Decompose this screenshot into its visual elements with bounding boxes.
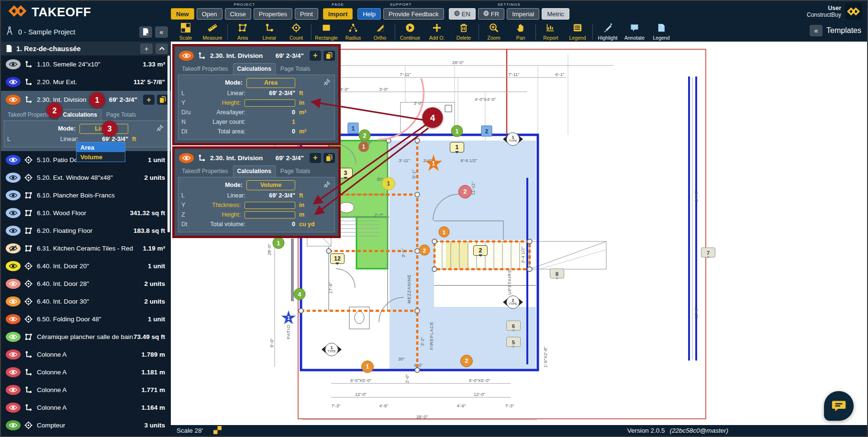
tool-measure[interactable]: Measure (199, 23, 226, 41)
scale-value[interactable]: Scale 28' (177, 427, 203, 434)
takeoff-item-2-20-mur-ext-[interactable]: 2.20. Mur Ext.112' 5-7/8" (1, 73, 171, 91)
mode-dropdown[interactable]: Area (246, 78, 295, 88)
duplicate-button[interactable] (323, 51, 335, 61)
plan-marker-bstar[interactable]: 1 (281, 310, 296, 326)
eye-icon[interactable] (6, 59, 21, 69)
tab-calculations[interactable]: Calculations (59, 109, 101, 120)
plan-marker-orangecs[interactable]: 1 (439, 227, 450, 238)
eye-icon[interactable] (6, 279, 21, 289)
tool-annotate[interactable]: Annotate (621, 23, 648, 41)
tool-highlight[interactable]: Highlight (594, 23, 621, 41)
duplicate-button[interactable] (323, 153, 335, 163)
takeoff-item-1-10-semelle-24-x10-[interactable]: 1.10. Semelle 24"x10"1.33 m³ (1, 55, 171, 73)
mode-dropdown[interactable]: Volume (246, 180, 295, 190)
thickness-input[interactable] (245, 202, 295, 209)
plan-marker-gtag[interactable]: 7 (701, 248, 715, 258)
add-measure-button[interactable]: + (143, 95, 155, 105)
add-measure-button[interactable]: + (310, 153, 321, 163)
takeoff-item-6-40-int-door-20-[interactable]: 6.40. Int. Door 20"1 unit (1, 257, 171, 275)
eye-icon[interactable] (6, 226, 21, 236)
tool-count[interactable]: Count (283, 23, 310, 41)
takeoff-item-6-31-kitchen-ceramic-tiles-red[interactable]: 6.31. Kitchen Ceramic Tiles - Red1.19 m³ (1, 240, 171, 257)
eye-icon[interactable] (6, 385, 21, 395)
new-button[interactable]: New (171, 8, 194, 20)
tab-calculations[interactable]: Calculations (233, 63, 276, 75)
eye-icon[interactable] (6, 332, 21, 342)
plan-marker-greenc[interactable]: 1 (451, 125, 463, 137)
plan-marker-ytag[interactable]: 1 (450, 142, 464, 153)
plan-marker-gtag[interactable]: 5 (506, 337, 521, 347)
user-box[interactable]: User ConstructBuy (807, 3, 862, 20)
fr-button[interactable]: FR (478, 8, 504, 20)
pin-icon[interactable] (156, 124, 165, 133)
tab-page-totals[interactable]: Page Totals (102, 109, 140, 120)
eye-icon[interactable] (6, 155, 21, 165)
eye-off-icon[interactable] (6, 243, 21, 253)
height-input[interactable] (245, 99, 295, 107)
tool-linear[interactable]: Linear (256, 23, 283, 41)
eye-icon[interactable] (179, 51, 194, 61)
templates-button[interactable]: « Templates (810, 25, 861, 36)
pin-icon[interactable] (323, 78, 332, 87)
eye-icon[interactable] (6, 173, 21, 183)
tab-takeoff-properties[interactable]: Takeoff Properties (178, 166, 232, 177)
takeoff-item-c-ramique-plancher-salle-de-ba[interactable]: Céramique plancher salle de bain73.49 sq… (1, 328, 171, 346)
add-page-button[interactable] (139, 26, 152, 38)
plan-marker-ostar[interactable]: 1 (424, 154, 443, 173)
properties-button[interactable]: Properties (254, 8, 292, 20)
duplicate-button[interactable] (157, 95, 168, 105)
tab-page-totals[interactable]: Page Totals (277, 64, 314, 75)
takeoff-item-colonne-a[interactable]: Colonne A1.181 m (1, 363, 171, 381)
takeoff-item-5-20-ext-window-48-x48-[interactable]: 5.20. Ext. Window 48"x48"2 units (1, 169, 171, 186)
tab-takeoff-properties[interactable]: Takeoff Properties (178, 64, 232, 75)
plan-marker-yellowc[interactable]: 1 (382, 177, 395, 190)
add-takeoff-button[interactable]: + (140, 44, 153, 54)
plan-marker-gtag[interactable]: 8 (550, 269, 564, 279)
takeoff-item-6-40-int-door-28-[interactable]: 6.40. Int. Door 28"2 units (1, 275, 171, 293)
plan-marker-ytag[interactable]: 2 (473, 245, 488, 256)
eye-icon[interactable] (6, 261, 21, 271)
plan-marker-greenc[interactable]: 4 (294, 288, 306, 300)
eye-icon[interactable] (179, 153, 194, 163)
tool-add-o-[interactable]: Add O. (423, 23, 450, 41)
plan-marker-greenc[interactable]: 2 (359, 130, 371, 142)
eye-icon[interactable] (6, 208, 21, 218)
plan-marker-gtag[interactable]: 6 (506, 321, 521, 331)
eye-icon[interactable] (6, 314, 21, 324)
tab-page-totals[interactable]: Page Totals (277, 166, 314, 177)
takeoff-item-6-10-plancher-bois-francs[interactable]: 6.10. Plancher Bois-Francs (1, 186, 171, 204)
en-button[interactable]: EN (449, 8, 476, 20)
collapse-page-button[interactable] (156, 44, 168, 54)
print-button[interactable]: Print (295, 8, 318, 20)
import-button[interactable]: Import (323, 8, 353, 20)
tool-report[interactable]: Report (537, 23, 564, 41)
plan-marker-greenc[interactable]: 1 (273, 237, 285, 249)
sidebar-scrollbar[interactable] (167, 55, 170, 232)
tool-radius[interactable]: Radius (340, 23, 367, 41)
eye-icon[interactable] (6, 403, 21, 413)
plan-marker-bluesq[interactable]: 1 (348, 123, 359, 134)
help-button[interactable]: Help (357, 8, 381, 20)
eye-icon[interactable] (6, 367, 21, 377)
tab-calculations[interactable]: Calculations (233, 165, 276, 177)
tool-ortho[interactable]: Ortho (367, 23, 393, 41)
metric-button[interactable]: Metric (542, 8, 569, 20)
tool-legend[interactable]: Legend (564, 23, 591, 41)
mode-option-volume[interactable]: Volume (77, 152, 125, 162)
eye-icon[interactable] (6, 350, 21, 360)
takeoff-item-6-40-int-door-30-[interactable]: 6.40. Int. Door 30"2 units (1, 293, 171, 310)
takeoff-item-6-20-floating-floor[interactable]: 6.20. Floating Floor183.8 sq ft (1, 222, 171, 240)
collapse-sidebar-button[interactable]: « (155, 26, 168, 38)
takeoff-item-colonne-a[interactable]: Colonne A1.771 m (1, 381, 171, 399)
add-measure-button[interactable]: + (310, 51, 321, 61)
takeoff-item-2-30-int-division[interactable]: 2.30. Int. Division69' 2-3/4"+ (1, 91, 171, 109)
chat-bubble-button[interactable] (824, 391, 854, 421)
eye-icon[interactable] (6, 420, 21, 430)
plan-marker-ytag[interactable]: 12 (330, 253, 345, 264)
plan-marker-orangec[interactable]: 1 (361, 361, 374, 373)
takeoff-item-6-10-wood-floor[interactable]: 6.10. Wood Floor341.32 sq ft (1, 204, 171, 222)
eye-icon[interactable] (6, 95, 21, 105)
takeoff-item-colonne-a[interactable]: Colonne A1.789 m (1, 346, 171, 363)
plan-marker-redc[interactable]: 2 (458, 185, 472, 198)
eye-icon[interactable] (6, 190, 21, 200)
